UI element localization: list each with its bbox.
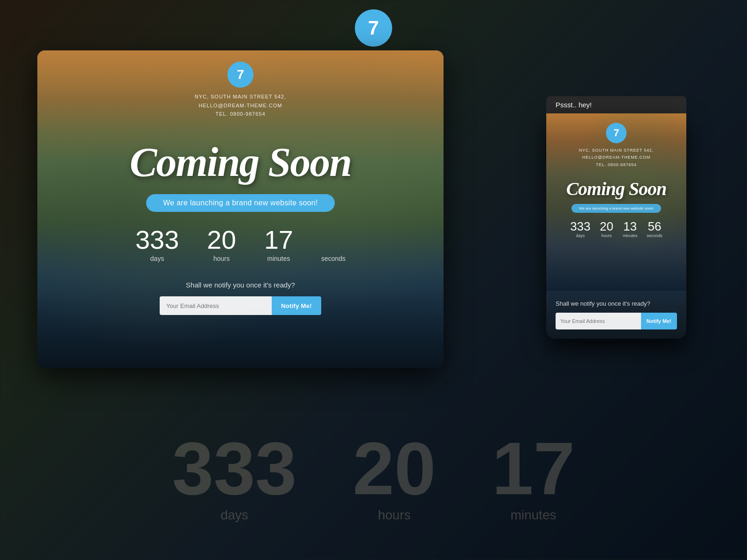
pssst-label: Pssst.. hey! bbox=[546, 96, 686, 113]
email-row: Notify Me! bbox=[160, 296, 321, 315]
mobile-address: NYC, SOUTH MAIN STREET 542, HELLO@DREAM-… bbox=[579, 147, 654, 168]
mobile-logo: 7 bbox=[606, 123, 627, 143]
mobile-notify-button[interactable]: Notify Me! bbox=[641, 313, 677, 329]
mobile-hours-label: hours bbox=[600, 233, 613, 238]
notify-button[interactable]: Notify Me! bbox=[272, 296, 321, 315]
mobile-minutes-number: 13 bbox=[623, 220, 638, 232]
mobile-email-input[interactable] bbox=[556, 313, 641, 329]
minutes-number: 17 bbox=[264, 227, 293, 253]
card-logo: 7 bbox=[227, 62, 254, 88]
email-prompt: Shall we notify you once it's ready? bbox=[160, 281, 321, 289]
mobile-hero-content: 7 NYC, SOUTH MAIN STREET 542, HELLO@DREA… bbox=[546, 113, 686, 238]
bg-days: 333 days bbox=[172, 431, 297, 523]
mobile-card: 7 NYC, SOUTH MAIN STREET 542, HELLO@DREA… bbox=[546, 113, 686, 339]
email-input[interactable] bbox=[160, 296, 272, 315]
mobile-minutes-label: minutes bbox=[623, 233, 638, 238]
mobile-countdown-seconds: 56 seconds bbox=[647, 220, 662, 238]
mobile-address-line2: HELLO@DREAM-THEME.COM bbox=[579, 154, 654, 161]
days-number: 333 bbox=[135, 227, 179, 253]
bg-logo-number: 7 bbox=[368, 17, 379, 39]
countdown-row: 333 days 20 hours 17 minutes seconds bbox=[135, 227, 345, 262]
mobile-hero: 7 NYC, SOUTH MAIN STREET 542, HELLO@DREA… bbox=[546, 113, 686, 291]
bg-minutes: 17 minutes bbox=[492, 431, 575, 523]
seconds-label: seconds bbox=[321, 255, 345, 262]
mobile-days-number: 333 bbox=[570, 220, 590, 232]
bg-days-number: 333 bbox=[172, 431, 297, 506]
email-section: Shall we notify you once it's ready? Not… bbox=[160, 281, 321, 315]
mobile-tagline-badge: We are launching a brand new website soo… bbox=[571, 204, 661, 213]
mobile-bottom-section: Shall we notify you once it's ready? Not… bbox=[546, 291, 686, 339]
mobile-countdown-minutes: 13 minutes bbox=[623, 220, 638, 238]
mobile-hours-number: 20 bbox=[600, 220, 613, 232]
card-address: NYC, SOUTH MAIN STREET 542, HELLO@DREAM-… bbox=[195, 92, 286, 119]
desktop-card-content: 7 NYC, SOUTH MAIN STREET 542, HELLO@DREA… bbox=[37, 50, 444, 368]
countdown-minutes: 17 minutes bbox=[264, 227, 293, 262]
minutes-label: minutes bbox=[264, 255, 293, 262]
bg-countdown: 333 days 20 hours 17 minutes bbox=[0, 431, 747, 523]
mobile-logo-number: 7 bbox=[613, 127, 619, 139]
address-line1: NYC, SOUTH MAIN STREET 542, bbox=[195, 92, 286, 101]
mobile-countdown-hours: 20 hours bbox=[600, 220, 613, 238]
mobile-countdown-row: 333 days 20 hours 13 minutes 56 seconds bbox=[570, 220, 662, 238]
mobile-email-prompt: Shall we notify you once it's ready? bbox=[556, 300, 677, 307]
countdown-seconds: seconds bbox=[321, 253, 345, 262]
mobile-coming-soon-title: Coming Soon bbox=[566, 180, 667, 198]
bg-hours: 20 hours bbox=[353, 431, 436, 523]
countdown-hours: 20 hours bbox=[207, 227, 236, 262]
days-label: days bbox=[135, 255, 179, 262]
hours-number: 20 bbox=[207, 227, 236, 253]
bg-hours-number: 20 bbox=[353, 431, 436, 506]
tagline-badge: We are launching a brand new website soo… bbox=[146, 194, 335, 212]
mobile-address-line3: TEL. 0800-987654 bbox=[579, 161, 654, 168]
countdown-days: 333 days bbox=[135, 227, 179, 262]
address-line2: HELLO@DREAM-THEME.COM bbox=[195, 101, 286, 110]
mobile-countdown-days: 333 days bbox=[570, 220, 590, 238]
mobile-days-label: days bbox=[570, 233, 590, 238]
bg-logo-circle: 7 bbox=[355, 9, 392, 47]
mobile-address-line1: NYC, SOUTH MAIN STREET 542, bbox=[579, 147, 654, 154]
desktop-card: 7 NYC, SOUTH MAIN STREET 542, HELLO@DREA… bbox=[37, 50, 444, 368]
card-logo-number: 7 bbox=[237, 67, 244, 82]
address-line3: TEL. 0800-987654 bbox=[195, 110, 286, 119]
mobile-seconds-label: seconds bbox=[647, 233, 662, 238]
hours-label: hours bbox=[207, 255, 236, 262]
coming-soon-title: Coming Soon bbox=[130, 142, 351, 183]
mobile-card-wrapper: Pssst.. hey! 7 NYC, SOUTH MAIN STREET 54… bbox=[546, 96, 686, 339]
mobile-seconds-number: 56 bbox=[647, 220, 662, 232]
mobile-email-row: Notify Me! bbox=[556, 313, 677, 329]
bg-minutes-number: 17 bbox=[492, 431, 575, 506]
